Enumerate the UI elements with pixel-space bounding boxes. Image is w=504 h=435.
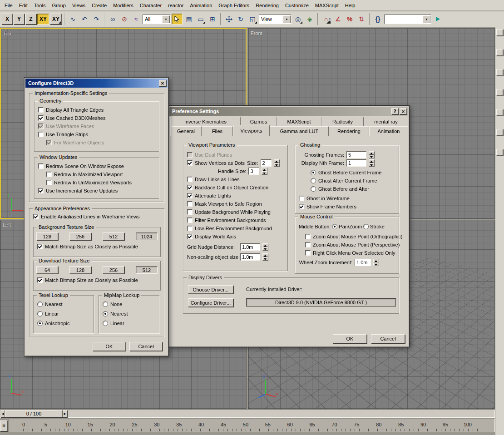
panel-icon[interactable]: [496, 29, 503, 36]
time-slider-handle[interactable]: 0 / 100: [5, 410, 63, 417]
checkbox-row[interactable]: Show Frame Numbers: [299, 203, 399, 210]
radio[interactable]: [311, 178, 316, 183]
previous-frame-icon[interactable]: ◄: [0, 410, 5, 417]
checkbox-row[interactable]: Use Triangle Strips: [38, 131, 159, 138]
tab-files[interactable]: Files: [202, 126, 233, 136]
ok-button[interactable]: OK: [333, 334, 367, 343]
radio[interactable]: [332, 224, 337, 229]
spinner-down-icon[interactable]: [262, 257, 268, 261]
non-scaling-field[interactable]: 1.0m: [240, 253, 260, 261]
checkbox[interactable]: [299, 204, 304, 209]
menu-views[interactable]: Views: [69, 1, 89, 10]
tab-animation[interactable]: Animation: [369, 126, 408, 136]
wheel-zoom-field[interactable]: 1.0m: [355, 259, 371, 266]
vertex-size-field[interactable]: 2: [261, 159, 272, 167]
radio[interactable]: [37, 311, 43, 316]
time-slider[interactable]: ◄ 0 / 100 ►: [0, 410, 495, 418]
checkbox-row[interactable]: Redraw Scene On Window Expose: [38, 163, 159, 169]
select-by-name-icon[interactable]: [183, 14, 194, 25]
menu-graph-editors[interactable]: Graph Editors: [215, 1, 252, 10]
checkbox[interactable]: [187, 160, 193, 166]
spinner-up-icon[interactable]: [369, 159, 375, 163]
checkbox-row[interactable]: Enable Antialiased Lines in Wireframe Vi…: [33, 213, 164, 220]
select-and-rotate-icon[interactable]: [235, 14, 246, 25]
checkbox[interactable]: [305, 242, 311, 247]
checkbox[interactable]: [299, 196, 304, 201]
menu-customize[interactable]: Customize: [282, 1, 312, 10]
handle-size-field[interactable]: 3: [248, 168, 259, 175]
checkbox-row[interactable]: Use Dual Planes: [187, 151, 287, 158]
panel-icon[interactable]: [496, 109, 503, 116]
panel-icon[interactable]: [496, 129, 503, 136]
checkbox[interactable]: [38, 124, 44, 129]
menu-edit[interactable]: Edit: [16, 1, 31, 10]
named-selection-sets-icon[interactable]: [372, 14, 383, 25]
checkbox-row[interactable]: For Wireframe Objects: [46, 139, 159, 146]
spinner-down-icon[interactable]: [369, 155, 375, 158]
bind-to-space-warp-icon[interactable]: [131, 14, 142, 25]
checkbox[interactable]: [187, 177, 193, 182]
restrict-plane-flyout-button[interactable]: XY: [50, 14, 62, 25]
checkbox-row[interactable]: Display All Triangle Edges: [38, 106, 159, 113]
spinner-down-icon[interactable]: [262, 171, 267, 175]
checkbox[interactable]: [187, 201, 193, 207]
rectangular-selection-region-icon[interactable]: [195, 14, 206, 25]
dialog-titlebar[interactable]: Preference Settings ? ×: [169, 107, 408, 116]
menu-maxscript[interactable]: MAXScript: [312, 1, 342, 10]
cancel-button[interactable]: Cancel: [129, 342, 163, 351]
spinner[interactable]: [369, 159, 375, 167]
configure-driver-button[interactable]: Configure Driver...: [188, 298, 233, 307]
checkbox-row[interactable]: Zoom About Mouse Point (Perspective): [305, 241, 399, 248]
spinner[interactable]: [274, 159, 280, 167]
size-256-button[interactable]: 256: [69, 232, 91, 240]
checkbox[interactable]: [38, 132, 44, 137]
radio-row[interactable]: Ghost Before Current Frame: [311, 169, 399, 176]
selection-filter-dropdown[interactable]: All ▼: [143, 15, 171, 24]
spinner[interactable]: [373, 259, 379, 266]
spinner[interactable]: [262, 243, 268, 251]
radio[interactable]: [311, 170, 316, 175]
checkbox-row[interactable]: Use Wireframe Faces: [38, 123, 159, 129]
radio-row[interactable]: None: [103, 301, 159, 307]
menu-help[interactable]: Help: [342, 1, 359, 10]
checkbox[interactable]: [38, 115, 44, 121]
spinner-up-icon[interactable]: [262, 253, 268, 257]
spinner-down-icon[interactable]: [262, 247, 268, 251]
checkbox[interactable]: [38, 107, 44, 113]
checkbox-row[interactable]: Show Vertices as Dots Size: 2: [187, 159, 287, 166]
tab-inverse-kinematics[interactable]: Inverse Kinematics: [170, 117, 241, 126]
restrict-y-button[interactable]: Y: [14, 14, 25, 25]
select-object-button[interactable]: [172, 14, 183, 25]
open-mini-curve-editor-button[interactable]: ≣: [0, 420, 8, 431]
checkbox[interactable]: [187, 209, 193, 215]
checkbox[interactable]: [187, 185, 193, 190]
radio[interactable]: [103, 321, 108, 326]
snap-toggle-icon[interactable]: [321, 14, 331, 25]
use-center-icon[interactable]: [292, 14, 303, 25]
spinner-up-icon[interactable]: [369, 151, 375, 155]
radio[interactable]: [103, 311, 108, 316]
menu-reactor[interactable]: reactor: [165, 1, 187, 10]
checkbox[interactable]: [46, 140, 52, 145]
menu-animation[interactable]: Animation: [187, 1, 215, 10]
checkbox[interactable]: [305, 234, 311, 239]
select-and-manipulate-icon[interactable]: [304, 14, 315, 25]
checkbox-row[interactable]: Redraw In Maximized Viewport: [46, 171, 159, 178]
spinner-up-icon[interactable]: [262, 243, 268, 247]
menu-create[interactable]: Create: [89, 1, 110, 10]
radio-row[interactable]: Nearest: [37, 301, 94, 307]
tab-mental-ray[interactable]: mental ray: [364, 117, 408, 126]
panel-icon[interactable]: [496, 149, 503, 156]
viewport-top-label[interactable]: Top: [3, 31, 11, 36]
chevron-down-icon[interactable]: ▼: [423, 15, 430, 23]
restrict-x-button[interactable]: X: [2, 14, 13, 25]
checkbox-row[interactable]: Match Bitmap Size as Closely as Possible: [37, 277, 160, 283]
tab-radiosity[interactable]: Radiosity: [321, 117, 364, 126]
menu-character[interactable]: Character: [137, 1, 165, 10]
radio[interactable]: [363, 224, 369, 229]
spinner-down-icon[interactable]: [373, 262, 379, 266]
ok-button[interactable]: OK: [93, 342, 126, 351]
checkbox-row[interactable]: Filter Environment Backgrounds: [187, 217, 287, 223]
radio[interactable]: [311, 186, 316, 192]
spinner-up-icon[interactable]: [373, 259, 379, 262]
